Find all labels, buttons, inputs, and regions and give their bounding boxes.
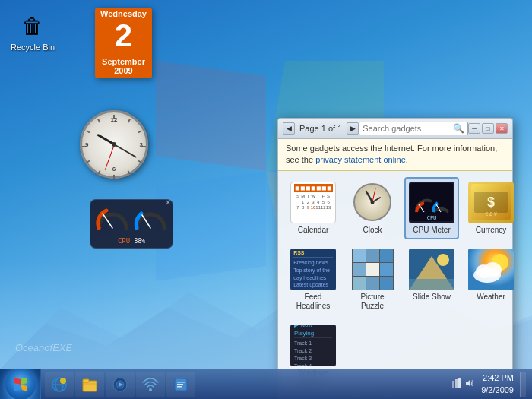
taskbar: 2:42 PM 9/2/2009 (0, 369, 532, 399)
svg-text:€ £ ¥: € £ ¥ (485, 211, 497, 217)
svg-rect-41 (455, 379, 458, 388)
gadget-label-calendar: Calendar (298, 226, 329, 235)
gadgets-titlebar: ◀ Page 1 of 1 ▶ 🔍 ─ □ ✕ (278, 119, 512, 139)
svg-line-3 (142, 215, 150, 228)
clock-minute-hand (114, 144, 137, 158)
gadgets-title-nav: ◀ Page 1 of 1 ▶ (283, 122, 359, 135)
clock-widget: 12 3 6 9 (80, 110, 148, 179)
gadget-label-currency: Currency (476, 226, 507, 235)
gadget-item-picture-puzzle[interactable]: Picture Puzzle (345, 244, 400, 315)
gadget-item-cpu-meter[interactable]: CPU CPU Meter (404, 177, 459, 239)
gadgets-next-button[interactable]: ▶ (347, 122, 359, 135)
gadget-label-cpu-meter: CPU Meter (413, 226, 450, 235)
start-orb (5, 369, 36, 400)
cpu-meter-gadget: CPU 88% ✕ (90, 199, 173, 249)
gadgets-search-box[interactable]: 🔍 (359, 122, 468, 135)
taskbar-clock-time: 2:42 PM (481, 372, 514, 384)
tray-icon-network[interactable] (451, 378, 462, 391)
gadgets-prev-button[interactable]: ◀ (283, 122, 295, 135)
taskbar-clock-date: 9/2/2009 (481, 385, 514, 396)
gadgets-page-info: Page 1 of 1 (299, 124, 342, 133)
gadget-item-calendar[interactable]: ◼◼◼◼◼◼◼ SMTWTFS 123456 78910111213 Calen… (286, 177, 340, 239)
gadget-thumb-cpu: CPU (409, 182, 454, 223)
calendar-widget: Wednesday 2 September 2009 (95, 8, 152, 78)
gadget-label-feed-headlines: Feed Headlines (290, 293, 336, 311)
svg-rect-40 (452, 381, 454, 388)
gadget-thumb-windows-media: ▶ Now Playing Track 1 Track 2 Track 3 Tr… (290, 325, 336, 366)
search-icon[interactable]: 🔍 (453, 123, 464, 134)
svg-rect-39 (177, 386, 182, 388)
gadgets-privacy-link[interactable]: privacy statement online (315, 155, 406, 164)
clock-center-dot (112, 142, 116, 147)
gadget-label-weather: Weather (477, 293, 505, 302)
gadget-label-slide-show: Slide Show (413, 293, 451, 302)
gadget-thumb-calendar: ◼◼◼◼◼◼◼ SMTWTFS 123456 78910111213 (290, 182, 336, 223)
gadgets-internet-notice: Some gadgets access the Internet. For mo… (278, 139, 512, 171)
gadget-label-picture-puzzle: Picture Puzzle (350, 293, 395, 311)
svg-rect-42 (458, 378, 461, 388)
svg-rect-20 (409, 279, 454, 290)
taskbar-item-network[interactable] (136, 372, 165, 397)
gadget-thumb-clock (350, 182, 395, 223)
tray-icon-volume[interactable] (464, 378, 475, 391)
gadget-thumb-picture-puzzle (350, 249, 395, 290)
gadgets-panel: ◀ Page 1 of 1 ▶ 🔍 ─ □ ✕ Some gadgets acc… (277, 118, 513, 399)
calendar-month-year: September 2009 (95, 55, 152, 78)
gadget-label-clock: Clock (363, 226, 382, 235)
svg-rect-38 (177, 384, 183, 385)
calendar-day-number: 2 (95, 20, 152, 55)
svg-marker-43 (466, 379, 470, 387)
gadget-thumb-feed: RSS Breaking news... Top story of the da… (290, 249, 336, 290)
svg-text:$: $ (487, 195, 495, 210)
taskbar-right: 2:42 PM 9/2/2009 (445, 369, 532, 399)
gadgets-close-button[interactable]: ✕ (496, 123, 508, 134)
gadgets-maximize-button[interactable]: □ (482, 123, 494, 134)
gadget-thumb-currency: $ € £ ¥ (468, 182, 514, 223)
gadget-item-currency[interactable]: $ € £ ¥ Currency (464, 177, 518, 239)
svg-text:CPU: CPU (427, 215, 437, 221)
gadget-item-clock[interactable]: Clock (345, 177, 400, 239)
recycle-bin-label: Recycle Bin (11, 43, 55, 52)
gadget-thumb-slideshow (409, 249, 454, 290)
svg-point-35 (149, 388, 152, 391)
gadget-item-weather[interactable]: Weather (464, 244, 518, 315)
gadget-item-feed-headlines[interactable]: RSS Breaking news... Top story of the da… (286, 244, 340, 315)
system-tray (451, 378, 475, 391)
gadget-item-slide-show[interactable]: Slide Show (404, 244, 459, 315)
gadgets-grid: ◼◼◼◼◼◼◼ SMTWTFS 123456 78910111213 Calen… (278, 171, 512, 397)
gadgets-search-input[interactable] (363, 124, 453, 133)
recycle-bin-image: 🗑 (17, 11, 48, 41)
taskbar-items (41, 369, 445, 399)
svg-point-8 (371, 201, 375, 204)
gadgets-minimize-button[interactable]: ─ (468, 123, 480, 134)
svg-point-29 (60, 378, 66, 384)
recycle-bin-icon[interactable]: 🗑 Recycle Bin (6, 8, 59, 55)
svg-point-19 (437, 254, 449, 266)
taskbar-clock[interactable]: 2:42 PM 9/2/2009 (478, 372, 517, 396)
taskbar-item-explorer[interactable] (75, 372, 104, 397)
taskbar-item-misc[interactable] (166, 372, 195, 397)
clock-face: 12 3 6 9 (80, 110, 148, 179)
show-desktop-button[interactable] (520, 372, 526, 397)
taskbar-item-wmp[interactable] (106, 372, 135, 397)
svg-rect-37 (177, 382, 185, 383)
watermark-text: OceanofEXE (15, 342, 72, 353)
gadget-thumb-weather (468, 249, 514, 290)
cpu-widget-close[interactable]: ✕ (165, 198, 171, 207)
gadgets-window-controls: ─ □ ✕ (468, 123, 508, 134)
start-button[interactable] (0, 369, 41, 400)
taskbar-item-ie[interactable] (45, 372, 74, 397)
svg-rect-31 (83, 379, 89, 382)
svg-point-25 (483, 262, 502, 277)
